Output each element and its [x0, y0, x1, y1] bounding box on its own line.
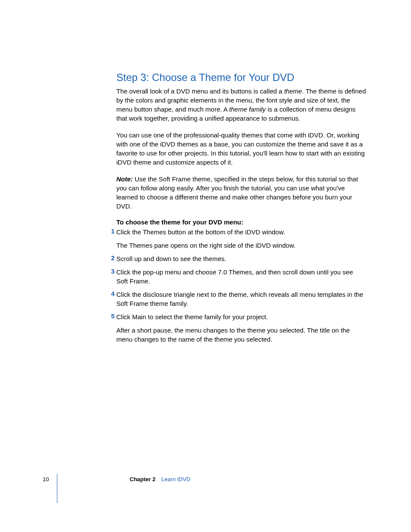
step-1: 1 Click the Themes button at the bottom …	[116, 227, 366, 250]
step-number: 5	[109, 312, 115, 320]
paragraph-2: You can use one of the professional-qual…	[116, 131, 366, 167]
step-text: Click Main to select the theme family fo…	[116, 312, 366, 321]
step-number: 1	[109, 227, 115, 235]
note-label: Note:	[116, 175, 133, 183]
p1-italic-theme-family: theme family	[229, 106, 266, 113]
p1-italic-theme: theme	[284, 87, 302, 95]
paragraph-1: The overall look of a DVD menu and its b…	[116, 87, 366, 123]
step-text: After a short pause, the menu changes to…	[116, 326, 366, 344]
step-5: 5 Click Main to select the theme family …	[116, 312, 366, 344]
step-2: 2 Scroll up and down to see the themes.	[116, 254, 366, 263]
page: Step 3: Choose a Theme for Your DVD The …	[0, 0, 411, 532]
step-number: 2	[109, 254, 115, 261]
section-heading: Step 3: Choose a Theme for Your DVD	[116, 71, 366, 84]
step-text: Click the pop-up menu and choose 7.0 The…	[116, 268, 366, 286]
p1-text-a: The overall look of a DVD menu and its b…	[116, 87, 284, 95]
step-text: Scroll up and down to see the themes.	[116, 254, 366, 263]
step-text: The Themes pane opens on the right side …	[116, 241, 366, 250]
page-footer: 10 Chapter 2 Learn iDVD	[43, 476, 190, 482]
chapter-title: Learn iDVD	[162, 476, 190, 482]
page-number: 10	[43, 476, 56, 482]
paragraph-3-note: Note: Use the Soft Frame theme, specifie…	[116, 174, 366, 211]
steps-heading: To choose the theme for your DVD menu:	[116, 218, 366, 226]
step-text: Click the disclosure triangle next to th…	[116, 290, 366, 308]
content-column: Step 3: Choose a Theme for Your DVD The …	[116, 71, 366, 344]
step-text: Click the Themes button at the bottom of…	[116, 227, 366, 236]
step-4: 4 Click the disclosure triangle next to …	[116, 290, 366, 308]
note-text: Use the Soft Frame theme, specified in t…	[116, 175, 358, 210]
footer-rule	[57, 474, 57, 503]
footer-chapter: Chapter 2 Learn iDVD	[130, 476, 190, 482]
chapter-label: Chapter 2	[130, 476, 156, 482]
step-number: 3	[109, 268, 115, 275]
step-number: 4	[109, 290, 115, 297]
step-list: 1 Click the Themes button at the bottom …	[116, 227, 366, 344]
step-3: 3 Click the pop-up menu and choose 7.0 T…	[116, 268, 366, 286]
